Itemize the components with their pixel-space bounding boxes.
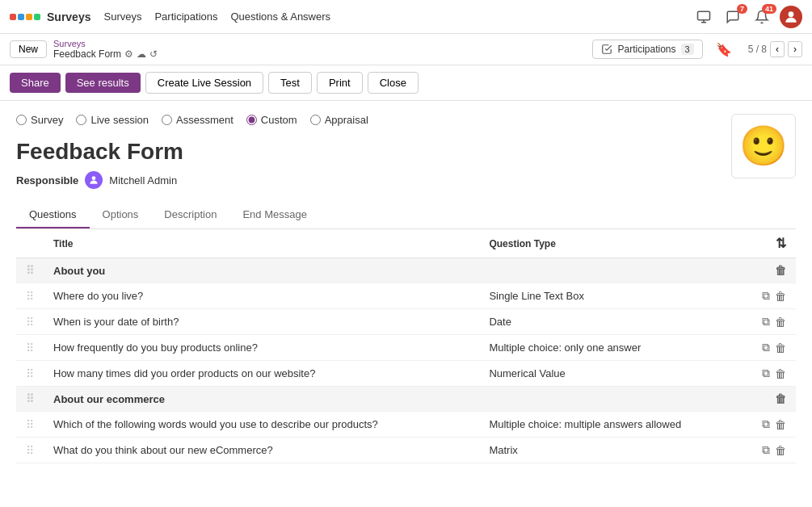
section-title: About you xyxy=(44,258,747,283)
delete-icon[interactable]: 🗑 xyxy=(775,316,786,329)
drag-handle-icon[interactable]: ⠿ xyxy=(26,316,34,329)
row-actions: ⧉ 🗑 xyxy=(747,335,796,361)
prev-page-button[interactable]: ‹ xyxy=(770,41,785,57)
drag-handle-cell: ⠿ xyxy=(16,387,44,412)
form-left: Survey Live session Assessment Custom Ap… xyxy=(16,114,368,189)
drag-handle-cell: ⠿ xyxy=(16,438,44,463)
phone-icon-btn[interactable] xyxy=(692,6,715,28)
bookmark-icon[interactable]: 🔖 xyxy=(716,42,732,57)
delete-icon[interactable]: 🗑 xyxy=(775,264,786,277)
section-actions: 🗑 xyxy=(747,258,796,283)
drag-handle-icon[interactable]: ⠿ xyxy=(26,367,34,380)
tab-options[interactable]: Options xyxy=(90,202,152,228)
delete-icon[interactable]: 🗑 xyxy=(775,367,786,380)
top-nav: Surveys Participations Questions & Answe… xyxy=(103,10,330,23)
chat-icon-btn[interactable]: 7 xyxy=(722,6,744,28)
copy-icon[interactable]: ⧉ xyxy=(762,341,770,354)
tab-description[interactable]: Description xyxy=(151,202,229,228)
action-bar: Share See results Create Live Session Te… xyxy=(0,65,812,101)
section-actions: 🗑 xyxy=(747,387,796,412)
question-title[interactable]: How frequently do you buy products onlin… xyxy=(44,335,479,361)
question-type: Single Line Text Box xyxy=(479,283,747,309)
question-type: Date xyxy=(479,309,747,335)
table-row: ⠿ About you 🗑 xyxy=(16,258,796,283)
question-title[interactable]: What do you think about our new eCommerc… xyxy=(44,438,479,463)
question-type: Numerical Value xyxy=(479,361,747,387)
copy-icon[interactable]: ⧉ xyxy=(762,443,770,457)
drag-handle-icon[interactable]: ⠿ xyxy=(26,392,34,405)
row-actions: ⧉ 🗑 xyxy=(747,309,796,335)
question-title[interactable]: When is your date of birth? xyxy=(44,309,479,335)
settings-icon[interactable]: ⚙ xyxy=(124,48,133,60)
copy-icon[interactable]: ⧉ xyxy=(762,315,770,329)
drag-handle-icon[interactable]: ⠿ xyxy=(26,264,34,277)
form-image-box[interactable]: 🙂 xyxy=(731,114,796,178)
drag-handle-icon[interactable]: ⠿ xyxy=(26,444,34,457)
page-nav: 5 / 8 ‹ › xyxy=(748,41,802,57)
share-button[interactable]: Share xyxy=(10,73,61,93)
question-title[interactable]: How many times did you order products on… xyxy=(44,361,479,387)
responsible-name[interactable]: Mitchell Admin xyxy=(109,174,177,186)
drag-handle-cell: ⠿ xyxy=(16,335,44,361)
test-button[interactable]: Test xyxy=(268,72,312,94)
delete-icon[interactable]: 🗑 xyxy=(775,290,786,303)
tab-questions[interactable]: Questions xyxy=(16,202,90,228)
radio-custom[interactable]: Custom xyxy=(246,114,297,126)
create-live-session-button[interactable]: Create Live Session xyxy=(145,72,263,94)
table-row: ⠿ About our ecommerce 🗑 xyxy=(16,387,796,412)
breadcrumb: Surveys Feedback Form ⚙ ☁ ↺ xyxy=(53,39,158,60)
nav-questions-answers[interactable]: Questions & Answers xyxy=(231,10,331,23)
radio-live-session[interactable]: Live session xyxy=(76,114,149,126)
responsible-avatar xyxy=(85,171,103,189)
new-button[interactable]: New xyxy=(10,40,47,58)
participations-button[interactable]: Participations 3 xyxy=(592,40,702,59)
table-row: ⠿ When is your date of birth? Date ⧉ 🗑 xyxy=(16,309,796,335)
radio-assessment[interactable]: Assessment xyxy=(162,114,234,126)
svg-point-3 xyxy=(789,11,794,17)
question-type: Multiple choice: multiple answers allowe… xyxy=(479,412,747,438)
svg-rect-0 xyxy=(698,11,710,20)
radio-survey[interactable]: Survey xyxy=(16,114,63,126)
form-title[interactable]: Feedback Form xyxy=(16,139,368,165)
question-title[interactable]: Which of the following words would you u… xyxy=(44,412,479,438)
delete-icon[interactable]: 🗑 xyxy=(775,392,786,405)
question-title[interactable]: Where do you live? xyxy=(44,283,479,309)
th-actions[interactable]: ⇅ xyxy=(747,229,796,258)
drag-handle-icon[interactable]: ⠿ xyxy=(26,341,34,354)
drag-handle-icon[interactable]: ⠿ xyxy=(26,418,34,431)
refresh-icon[interactable]: ↺ xyxy=(149,48,158,60)
table-header-row: Title Question Type ⇅ xyxy=(16,229,796,258)
drag-handle-cell: ⠿ xyxy=(16,412,44,438)
close-button[interactable]: Close xyxy=(368,72,419,94)
row-actions: ⧉ 🗑 xyxy=(747,412,796,438)
breadcrumb-current: Feedback Form ⚙ ☁ ↺ xyxy=(53,48,158,60)
user-avatar[interactable] xyxy=(780,6,802,28)
copy-icon[interactable]: ⧉ xyxy=(762,367,770,380)
copy-icon[interactable]: ⧉ xyxy=(762,289,770,303)
top-right-actions: 7 41 xyxy=(692,6,802,28)
see-results-button[interactable]: See results xyxy=(65,73,141,93)
row-actions: ⧉ 🗑 xyxy=(747,438,796,463)
nav-surveys[interactable]: Surveys xyxy=(103,10,141,23)
breadcrumb-parent[interactable]: Surveys xyxy=(53,39,158,48)
delete-icon[interactable]: 🗑 xyxy=(775,341,786,354)
notification-icon-btn[interactable]: 41 xyxy=(751,6,773,28)
chat-badge: 7 xyxy=(737,4,747,14)
copy-icon[interactable]: ⧉ xyxy=(762,417,770,431)
drag-handle-icon[interactable]: ⠿ xyxy=(26,290,34,303)
print-button[interactable]: Print xyxy=(317,72,363,94)
form-type-radio-group: Survey Live session Assessment Custom Ap… xyxy=(16,114,368,126)
tab-end-message[interactable]: End Message xyxy=(229,202,320,228)
participations-label: Participations xyxy=(617,44,675,55)
nav-participations[interactable]: Participations xyxy=(154,10,217,23)
tabs: Questions Options Description End Messag… xyxy=(16,202,796,229)
page-info: 5 / 8 xyxy=(748,44,767,55)
app-icon xyxy=(10,14,40,20)
cloud-icon[interactable]: ☁ xyxy=(137,48,146,60)
delete-icon[interactable]: 🗑 xyxy=(775,444,786,457)
question-type: Matrix xyxy=(479,438,747,463)
section-title: About our ecommerce xyxy=(44,387,747,412)
delete-icon[interactable]: 🗑 xyxy=(775,418,786,431)
next-page-button[interactable]: › xyxy=(788,41,802,57)
radio-appraisal[interactable]: Appraisal xyxy=(310,114,368,126)
